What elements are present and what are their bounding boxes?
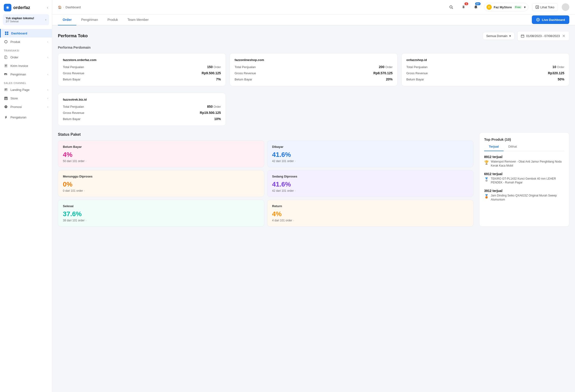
sidebar-item-kirim-invoice[interactable]: Kirim Invoice <box>0 61 52 70</box>
gr-val-0: Rp9.500.125 <box>202 71 221 75</box>
status-pct-2: 0% <box>63 181 259 188</box>
sidebar-item-pengaturan[interactable]: Pengaturan <box>0 113 52 122</box>
status-card-sedang-diproses: Sedang Diproses 41.6% 42 dari 101 order … <box>267 170 474 197</box>
sidebar-item-dashboard[interactable]: Dashboard <box>0 29 52 37</box>
status-arrow-2[interactable]: › <box>84 189 85 193</box>
sidebar-item-promosi-label: Promosi <box>10 105 22 109</box>
sidebar-item-pengiriman[interactable]: Pengiriman › <box>0 70 52 78</box>
sidebar-item-landing-page[interactable]: Landing Page › <box>0 85 52 94</box>
truck-icon <box>4 72 8 76</box>
content-area: Performa Toko Semua Domain ▾ 01/08/2 <box>52 25 575 392</box>
gr-val-1: Rp8.570.125 <box>373 71 393 75</box>
sidebar-item-store-label: Store <box>10 97 18 100</box>
store-icon <box>4 96 8 100</box>
svg-rect-3 <box>7 32 8 33</box>
domain-row-gr-3: Gross Revenue Rp19.500.125 <box>63 111 221 115</box>
main-area: 🏠 › Dashboard 5 <box>52 0 575 392</box>
gr-label-3: Gross Revenue <box>63 111 84 115</box>
svg-point-16 <box>538 19 538 20</box>
domain-row-gr-0: Gross Revenue Rp9.500.125 <box>63 71 221 75</box>
product-tab-terjual[interactable]: Terjual <box>484 142 503 151</box>
status-arrow-4[interactable]: › <box>85 219 86 222</box>
tp-val-0: 150 Order <box>207 65 221 69</box>
status-pct-5: 4% <box>272 210 469 218</box>
domain-card-3: fazzsotrek.biz.id Total Penjualan 850 Or… <box>58 93 226 126</box>
logo-text: orderfaz <box>13 5 30 10</box>
date-range-picker[interactable]: 01/08/2023 - 07/08/2023 ✕ <box>517 31 569 41</box>
lihat-toko-btn[interactable]: Lihat Toko <box>532 3 558 11</box>
lihat-toko-label: Lihat Toko <box>540 5 554 9</box>
status-arrow-1[interactable]: › <box>295 159 296 163</box>
sidebar-promo-banner[interactable]: Yuk siapkan tokomu! 2/7 Selesai › <box>3 14 49 25</box>
bb-label-2: Belum Bayar <box>406 78 424 81</box>
domain-dropdown-icon: ▾ <box>509 34 511 38</box>
tp-label-3: Total Penjualan <box>63 105 84 108</box>
search-btn[interactable] <box>447 3 455 11</box>
sidebar-item-store[interactable]: Store › <box>0 94 52 102</box>
calendar-icon <box>521 34 524 38</box>
product-tab-dilihat[interactable]: Dilihat <box>503 142 522 151</box>
sidebar-item-promosi[interactable]: Promosi › <box>0 102 52 111</box>
domain-cards-row2: fazzsotrek.biz.id Total Penjualan 850 Or… <box>58 93 569 126</box>
promo-arrow-icon: › <box>45 18 46 21</box>
sidebar: orderfaz ‹ Yuk siapkan tokomu! 2/7 Seles… <box>0 0 52 392</box>
tp-val-2: 10 Order <box>552 65 564 69</box>
sidebar-item-produk[interactable]: Produk › <box>0 37 52 46</box>
product-sold-1: 6912 terjual <box>484 172 564 176</box>
domain-name-0: fazzstore.orderfaz.com <box>63 58 221 62</box>
grid-icon <box>4 31 9 35</box>
sales-channel-section-label: SALES CHANNEL <box>0 78 52 85</box>
status-arrow-0[interactable]: › <box>85 159 86 163</box>
live-dashboard-label: Live Dashboard <box>542 18 565 22</box>
sidebar-item-order[interactable]: Order › <box>0 53 52 61</box>
status-card-title-0: Belum Bayar <box>63 145 259 148</box>
settings-badge: 5 <box>464 2 468 5</box>
promo-subtitle: 2/7 Selesai <box>6 20 34 23</box>
svg-rect-10 <box>5 89 7 89</box>
domain-select-label: Semua Domain <box>486 34 508 38</box>
top-products-title: Top Produk (10) <box>484 137 511 141</box>
perf-header: Performa Toko Semua Domain ▾ 01/08/2 <box>58 31 569 41</box>
tp-label-1: Total Penjualan <box>235 65 256 69</box>
gr-label-2: Gross Revenue <box>406 72 428 75</box>
status-pct-0: 4% <box>63 151 259 159</box>
domain-row-gr-1: Gross Revenue Rp8.570.125 <box>235 71 393 75</box>
svg-rect-5 <box>7 33 8 35</box>
tab-produk[interactable]: Produk <box>103 14 123 25</box>
gr-val-3: Rp19.500.125 <box>200 111 221 115</box>
user-avatar-circle[interactable] <box>562 3 569 11</box>
notifications-btn[interactable]: 20+ <box>472 3 480 11</box>
status-arrow-3[interactable]: › <box>295 189 296 193</box>
sidebar-collapse-btn[interactable]: ‹ <box>47 5 48 10</box>
user-info[interactable]: F Faz MyStore Free ▾ <box>484 3 528 11</box>
tab-pengiriman[interactable]: Pengiriman <box>76 14 103 25</box>
settings-btn[interactable]: 5 <box>459 3 468 11</box>
sidebar-item-landing-page-label: Landing Page <box>10 88 29 92</box>
live-dashboard-button[interactable]: Live Dashboard <box>532 15 569 24</box>
landing-arrow-icon: › <box>47 88 48 91</box>
bb-label-0: Belum Bayar <box>63 78 80 81</box>
home-icon: 🏠 <box>58 5 62 9</box>
page-title: Performa Toko <box>58 33 88 38</box>
gr-val-2: Rp320.125 <box>548 71 564 75</box>
svg-rect-2 <box>5 32 6 33</box>
status-card-return: Return 4% 4 dari 101 order › <box>267 200 474 227</box>
date-range-clear-btn[interactable]: ✕ <box>562 33 566 39</box>
product-name-2: Jam Dinding Seiko QXA615Z Original Murah… <box>491 194 564 202</box>
status-grid: Belum Bayar 4% 50 dari 101 order › Dibay… <box>58 141 474 227</box>
tab-team-member[interactable]: Team Member <box>123 14 153 25</box>
svg-point-12 <box>450 6 452 8</box>
tab-order[interactable]: Order <box>58 14 76 25</box>
domain-select[interactable]: Semua Domain ▾ <box>483 32 515 40</box>
sidebar-item-pengaturan-label: Pengaturan <box>10 116 26 119</box>
produk-arrow-icon: › <box>47 40 48 43</box>
tp-label-2: Total Penjualan <box>406 65 428 69</box>
transaksi-section-label: TRANSAKSI <box>0 46 52 53</box>
domain-row-tp-0: Total Penjualan 150 Order <box>63 65 221 69</box>
product-sold-2: 3912 terjual <box>484 189 564 193</box>
tp-val-1: 200 Order <box>379 65 393 69</box>
gear-icon <box>4 115 8 119</box>
status-arrow-5[interactable]: › <box>293 219 294 222</box>
status-detail-5: 4 dari 101 order › <box>272 219 469 222</box>
status-card-dibayar: Dibayar 41.6% 42 dari 101 order › <box>267 141 474 167</box>
